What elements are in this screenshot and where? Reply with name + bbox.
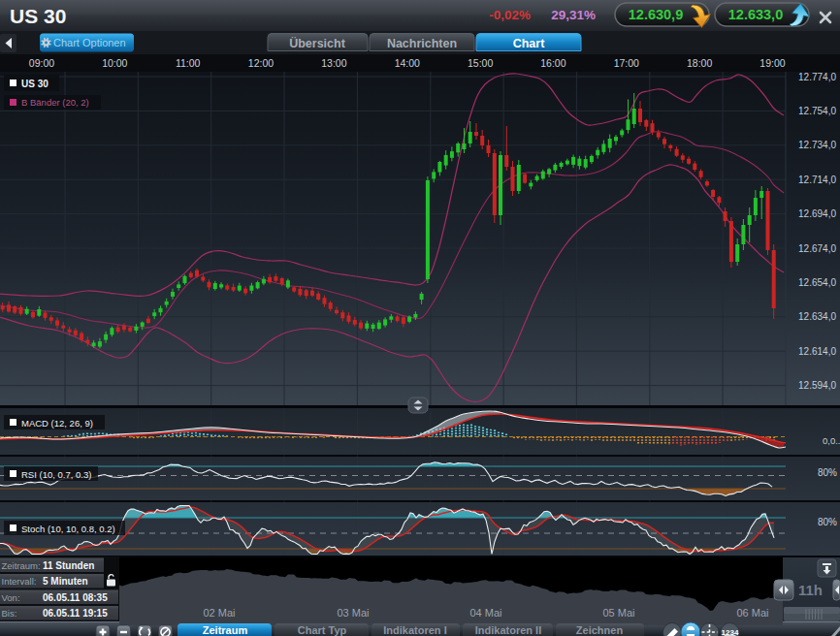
- svg-text:80%: 80%: [818, 517, 837, 527]
- svg-text:-0,02%: -0,02%: [489, 8, 531, 22]
- svg-text:Chart Optionen: Chart Optionen: [53, 37, 126, 48]
- svg-text:Chart: Chart: [513, 37, 545, 50]
- svg-text:02 Mai: 02 Mai: [203, 607, 235, 619]
- svg-text:Intervall:: Intervall:: [2, 576, 37, 587]
- svg-text:12.774,0: 12.774,0: [798, 72, 836, 82]
- svg-text:80%: 80%: [818, 467, 837, 478]
- svg-text:03 Mai: 03 Mai: [337, 607, 369, 619]
- svg-text:12.674,0: 12.674,0: [798, 243, 836, 254]
- svg-text:12.634,0: 12.634,0: [798, 311, 836, 322]
- svg-text:12.654,0: 12.654,0: [798, 277, 836, 288]
- svg-text:B Bänder (20, 2): B Bänder (20, 2): [21, 97, 89, 108]
- svg-text:19:00: 19:00: [759, 57, 785, 69]
- svg-text:17:00: 17:00: [614, 57, 639, 69]
- svg-text:12.714,0: 12.714,0: [798, 175, 836, 185]
- svg-text:12.594,0: 12.594,0: [798, 380, 836, 391]
- svg-text:11 Stunden: 11 Stunden: [43, 560, 94, 571]
- svg-text:Indikatoren II: Indikatoren II: [475, 624, 541, 636]
- svg-text:US 30: US 30: [21, 79, 48, 89]
- svg-text:12:00: 12:00: [248, 57, 274, 69]
- svg-text:Von:: Von:: [2, 592, 20, 603]
- svg-text:Zeitraum:: Zeitraum:: [2, 560, 41, 571]
- svg-text:Zeitraum: Zeitraum: [203, 624, 248, 636]
- svg-text:Chart Typ: Chart Typ: [298, 624, 347, 636]
- svg-text:US 30: US 30: [10, 5, 66, 27]
- svg-text:Stoch (10, 10, 0.8, 0.2): Stoch (10, 10, 0.8, 0.2): [21, 524, 115, 534]
- svg-text:Bis:: Bis:: [2, 608, 17, 619]
- svg-text:12.734,0: 12.734,0: [798, 140, 836, 150]
- svg-text:Indikatoren I: Indikatoren I: [383, 624, 446, 636]
- svg-text:13:00: 13:00: [321, 57, 346, 69]
- svg-text:06.05.11 08:35: 06.05.11 08:35: [43, 592, 108, 603]
- svg-text:12.614,0: 12.614,0: [798, 346, 836, 357]
- svg-text:RSI (10, 0.7, 0.3): RSI (10, 0.7, 0.3): [21, 469, 91, 480]
- svg-text:MACD (12, 26, 9): MACD (12, 26, 9): [21, 418, 93, 429]
- svg-text:Zeichnen: Zeichnen: [576, 624, 624, 636]
- svg-text:16:00: 16:00: [540, 57, 565, 69]
- svg-text:06.05.11 19:15: 06.05.11 19:15: [43, 608, 108, 619]
- svg-text:09:00: 09:00: [29, 57, 54, 69]
- svg-text:04 Mai: 04 Mai: [469, 607, 501, 619]
- svg-text:12.633,0: 12.633,0: [728, 7, 783, 22]
- svg-text:15:00: 15:00: [468, 57, 493, 69]
- svg-text:11:00: 11:00: [176, 57, 201, 69]
- svg-text:18:00: 18:00: [687, 57, 712, 69]
- svg-text:12.630,9: 12.630,9: [629, 7, 683, 22]
- svg-text:14:00: 14:00: [395, 57, 420, 69]
- svg-text:29,31%: 29,31%: [551, 8, 596, 22]
- svg-text:06 Mai: 06 Mai: [736, 607, 768, 619]
- svg-text:11h: 11h: [798, 582, 823, 598]
- svg-text:10:00: 10:00: [102, 57, 127, 69]
- svg-text:Nachrichten: Nachrichten: [387, 37, 457, 50]
- svg-text:05 Mai: 05 Mai: [602, 607, 634, 619]
- svg-text:0,0...: 0,0...: [823, 435, 840, 446]
- svg-text:12.694,0: 12.694,0: [798, 208, 836, 219]
- svg-text:Übersicht: Übersicht: [289, 36, 345, 50]
- svg-text:1234: 1234: [722, 628, 739, 636]
- svg-text:12.754,0: 12.754,0: [798, 106, 836, 116]
- svg-text:5 Minuten: 5 Minuten: [43, 576, 88, 587]
